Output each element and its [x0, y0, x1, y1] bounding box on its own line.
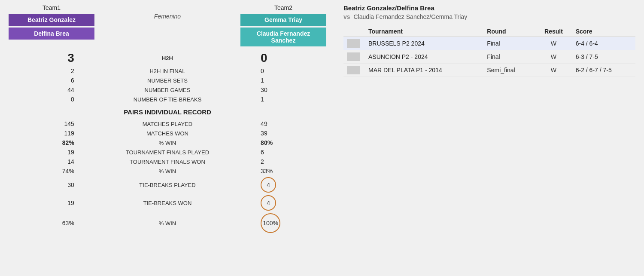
team2-col: Team2 Gemma Triay Claudia Fernandez Sanc… — [240, 4, 326, 46]
matchup-team1-names: Beatriz Gonzalez/Delfina Brea — [343, 4, 635, 12]
result-score-0: 6-4 / 6-4 — [572, 37, 635, 50]
category: Femenino — [125, 13, 210, 20]
result-tournament-1: ASUNCION P2 - 2024 — [365, 50, 483, 64]
result-result-1: W — [535, 50, 572, 64]
pi-label-3: TOURNAMENT FINALS PLAYED — [78, 147, 257, 157]
pi-label-4: TOURNAMENT FINALS WON — [78, 157, 257, 166]
result-tournament-2: MAR DEL PLATA P1 - 2014 — [365, 64, 483, 77]
th-result: Result — [535, 26, 572, 37]
pi-val1-7: 19 — [9, 194, 78, 212]
h2h-val1-1: 6 — [9, 76, 78, 85]
team2-label: Team2 — [240, 4, 326, 11]
pairs-individual-title: PAIRS INDIVIDUAL RECORD — [9, 104, 326, 117]
pi-val1-0: 145 — [9, 119, 78, 129]
pi-row-1: 119 MATCHES WON 39 — [9, 129, 326, 138]
pi-row-2: 82% % WIN 80% — [9, 138, 326, 147]
h2h-val2-2: 30 — [257, 85, 326, 95]
result-thumb-2 — [343, 64, 365, 77]
result-round-2: Semi_final — [483, 64, 535, 77]
h2h-row-1: 6 NUMBER SETS 1 — [9, 76, 326, 85]
h2h-main-row: 3 H2H 0 — [9, 50, 326, 66]
pi-row-5: 74% % WIN 33% — [9, 166, 326, 176]
pi-row-4: 14 TOURNAMENT FINALS WON 2 — [9, 157, 326, 166]
matchup-team2-names: Claudia Fernandez Sanchez/Gemma Triay — [354, 13, 468, 20]
h2h-row-3: 0 NUMBER OF TIE-BREAKS 1 — [9, 95, 326, 104]
pi-row-8: 63% % WIN 100% — [9, 212, 326, 234]
pi-val2-1: 39 — [257, 129, 326, 138]
result-result-0: W — [535, 37, 572, 50]
pi-val1-2: 82% — [9, 138, 78, 147]
pi-val2-0: 49 — [257, 119, 326, 129]
pi-val1-3: 19 — [9, 147, 78, 157]
main-container: Team1 Beatriz Gonzalez Delfina Brea Feme… — [9, 4, 635, 234]
team1-h2h-value: 3 — [9, 50, 78, 66]
th-score: Score — [572, 26, 635, 37]
h2h-label-3: NUMBER OF TIE-BREAKS — [78, 95, 257, 104]
pi-row-6: 30 TIE-BREAKS PLAYED 4 — [9, 176, 326, 194]
pi-row-0: 145 MATCHES PLAYED 49 — [9, 119, 326, 129]
result-round-1: Final — [483, 50, 535, 64]
result-result-2: W — [535, 64, 572, 77]
pi-label-2: % WIN — [78, 138, 257, 147]
pi-row-3: 19 TOURNAMENT FINALS PLAYED 6 — [9, 147, 326, 157]
pi-row-7: 19 TIE-BREAKS WON 4 — [9, 194, 326, 212]
pi-val2-4: 2 — [257, 157, 326, 166]
team2-player1: Gemma Triay — [240, 14, 326, 26]
pi-label-0: MATCHES PLAYED — [78, 119, 257, 129]
h2h-label-1: NUMBER SETS — [78, 76, 257, 85]
thumbnail-1 — [347, 52, 360, 61]
team1-label: Team1 — [9, 4, 94, 11]
results-header-row: Tournament Round Result Score — [343, 26, 635, 37]
h2h-label-0: H2H IN FINAL — [78, 66, 257, 76]
category-label: Femenino — [125, 4, 210, 22]
pi-val2-2: 80% — [257, 138, 326, 147]
pi-val2-6: 4 — [257, 176, 326, 194]
teams-header: Team1 Beatriz Gonzalez Delfina Brea Feme… — [9, 4, 326, 46]
pi-val2-3: 6 — [257, 147, 326, 157]
h2h-label-2: NUMBER GAMES — [78, 85, 257, 95]
pi-label-8: % WIN — [78, 212, 257, 234]
team2-player2: Claudia Fernandez Sanchez — [240, 28, 326, 46]
result-thumb-1 — [343, 50, 365, 64]
right-panel: Beatriz Gonzalez/Delfina Brea vs Claudia… — [335, 4, 635, 234]
h2h-val1-0: 2 — [9, 66, 78, 76]
h2h-val2-0: 0 — [257, 66, 326, 76]
team2-h2h-value: 0 — [257, 50, 326, 66]
h2h-val1-2: 44 — [9, 85, 78, 95]
h2h-label: H2H — [78, 50, 257, 66]
pi-val2-5: 33% — [257, 166, 326, 176]
thumbnail-0 — [347, 39, 360, 48]
team1-player2: Delfina Brea — [9, 28, 94, 40]
vs-label: vs — [343, 13, 350, 20]
pi-val1-4: 14 — [9, 157, 78, 166]
result-score-2: 6-2 / 6-7 / 7-5 — [572, 64, 635, 77]
result-row-2: MAR DEL PLATA P1 - 2014 Semi_final W 6-2… — [343, 64, 635, 77]
result-thumb-0 — [343, 37, 365, 50]
pi-val1-8: 63% — [9, 212, 78, 234]
vs-row: vs Claudia Fernandez Sanchez/Gemma Triay — [343, 13, 635, 20]
pi-val1-1: 119 — [9, 129, 78, 138]
result-score-1: 6-3 / 7-5 — [572, 50, 635, 64]
th-tournament: Tournament — [365, 26, 483, 37]
pi-val1-5: 74% — [9, 166, 78, 176]
h2h-val1-3: 0 — [9, 95, 78, 104]
left-panel: Team1 Beatriz Gonzalez Delfina Brea Feme… — [9, 4, 326, 234]
pi-label-5: % WIN — [78, 166, 257, 176]
team1-col: Team1 Beatriz Gonzalez Delfina Brea — [9, 4, 94, 40]
result-tournament-0: BRUSSELS P2 2024 — [365, 37, 483, 50]
thumbnail-2 — [347, 66, 360, 74]
team1-player1: Beatriz Gonzalez — [9, 14, 94, 26]
th-thumb — [343, 26, 365, 37]
h2h-val2-3: 1 — [257, 95, 326, 104]
result-row-0: BRUSSELS P2 2024 Final W 6-4 / 6-4 — [343, 37, 635, 50]
result-round-0: Final — [483, 37, 535, 50]
results-table: Tournament Round Result Score BRUSSELS P… — [343, 26, 635, 77]
h2h-row-2: 44 NUMBER GAMES 30 — [9, 85, 326, 95]
pi-val2-7: 4 — [257, 194, 326, 212]
pi-label-7: TIE-BREAKS WON — [78, 194, 257, 212]
pi-label-1: MATCHES WON — [78, 129, 257, 138]
result-row-1: ASUNCION P2 - 2024 Final W 6-3 / 7-5 — [343, 50, 635, 64]
pi-label-6: TIE-BREAKS PLAYED — [78, 176, 257, 194]
th-round: Round — [483, 26, 535, 37]
pairs-individual-table: 145 MATCHES PLAYED 49 119 MATCHES WON 39… — [9, 119, 326, 234]
